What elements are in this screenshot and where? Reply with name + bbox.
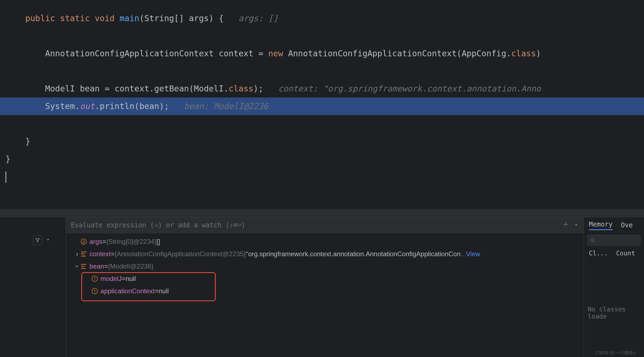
parameter-icon: p: [80, 238, 87, 245]
variable-row-modelJ[interactable]: f modelJ = null: [66, 272, 584, 285]
memory-panel: Memory Ove Cl... Count No classes loade: [584, 217, 644, 357]
memory-empty-text: No classes loade: [584, 306, 644, 320]
view-link[interactable]: View: [466, 248, 480, 260]
variable-name: context: [89, 248, 111, 260]
code-line-caret[interactable]: [0, 168, 644, 185]
keyword-static: static: [60, 13, 90, 23]
variable-row-args[interactable]: p args = {String[0]@2234} []: [66, 235, 584, 248]
code-line-main: public static void main(String[] args) {…: [0, 10, 644, 27]
keyword-class: class: [511, 49, 536, 58]
field-icon: f: [91, 288, 98, 295]
text-caret: [5, 172, 6, 183]
filter-icon[interactable]: [33, 236, 42, 245]
chevron-down-icon[interactable]: [574, 221, 579, 229]
code-line-close-brace: }: [0, 133, 644, 150]
collapse-arrow-icon[interactable]: ›: [71, 263, 83, 269]
variable-name: args: [89, 235, 102, 248]
variable-name: bean: [89, 260, 104, 272]
add-watch-icon[interactable]: [563, 221, 569, 229]
keyword-new: new: [268, 49, 283, 58]
search-icon: [590, 238, 595, 243]
field-out: out: [80, 101, 95, 111]
inlay-hint-args: args: []: [239, 13, 278, 23]
method-main: main: [119, 13, 139, 23]
tab-overhead[interactable]: Ove: [621, 221, 633, 229]
memory-search-input[interactable]: [587, 235, 641, 246]
chevron-down-icon[interactable]: [46, 237, 51, 243]
expand-arrow-icon[interactable]: ›: [74, 248, 80, 260]
memory-tabs: Memory Ove: [584, 217, 644, 233]
svg-line-1: [593, 241, 595, 242]
variable-row-context[interactable]: › context = {AnnotationConfigApplication…: [66, 248, 584, 260]
inlay-hint-bean: bean: ModelI@2236: [184, 101, 268, 111]
variable-row-bean[interactable]: › bean = {ModelI@2236}: [66, 260, 584, 272]
memory-table-headers: Cl... Count: [584, 247, 644, 259]
object-icon: [80, 250, 87, 258]
panel-splitter[interactable]: [0, 209, 644, 217]
code-line-getbean: ModelI bean = context.getBean(ModelI.cla…: [0, 80, 644, 97]
debugger-panel: Evaluate expression (⏎) or add a watch (…: [0, 217, 644, 357]
variables-tree[interactable]: p args = {String[0]@2234} [] › context =…: [66, 233, 584, 299]
inlay-hint-context: context: "org.springframework.context.an…: [278, 84, 541, 93]
keyword-public: public: [25, 13, 55, 23]
watch-expression-bar[interactable]: Evaluate expression (⏎) or add a watch (…: [66, 217, 584, 233]
code-line-blank: [0, 115, 644, 133]
code-line-blank: [0, 27, 644, 45]
variable-name: modelJ: [100, 272, 122, 285]
memory-col-count[interactable]: Count: [616, 250, 635, 257]
code-line-blank: [0, 62, 644, 80]
watermark: CSDN @一只懒鱼a: [595, 350, 636, 356]
memory-col-class[interactable]: Cl...: [589, 250, 608, 257]
keyword-void: void: [95, 13, 114, 23]
svg-point-0: [591, 238, 594, 241]
keyword-class: class: [229, 84, 253, 93]
field-icon: f: [91, 275, 98, 282]
code-line-context-new: AnnotationConfigApplicationContext conte…: [0, 45, 644, 62]
code-line-close-brace: }: [0, 150, 644, 168]
code-editor[interactable]: public static void main(String[] args) {…: [0, 0, 644, 209]
watch-placeholder: Evaluate expression (⏎) or add a watch (…: [71, 221, 245, 229]
tab-memory[interactable]: Memory: [589, 221, 613, 230]
code-line-println-highlighted[interactable]: System.out.println(bean); bean: ModelI@2…: [0, 97, 644, 115]
variables-panel: Evaluate expression (⏎) or add a watch (…: [66, 217, 584, 357]
variable-name: applicationContext: [100, 285, 155, 297]
frames-panel[interactable]: [0, 217, 66, 357]
variable-row-applicationContext[interactable]: f applicationContext = null: [66, 285, 584, 297]
